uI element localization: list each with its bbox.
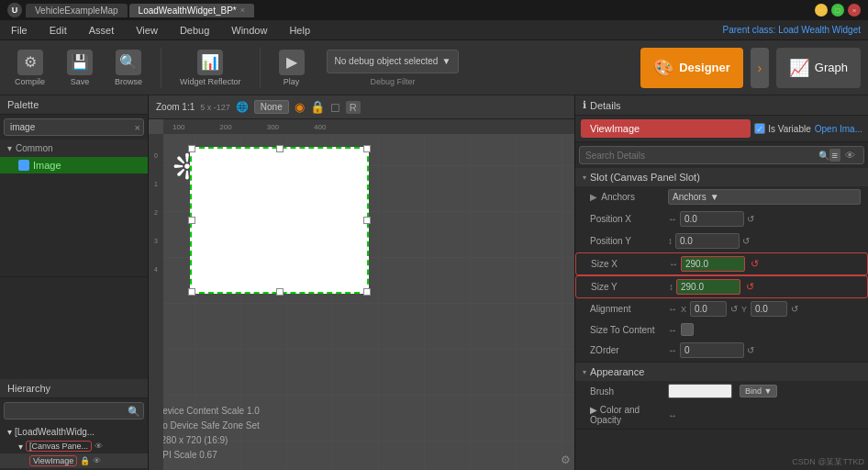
canvas-settings-icon[interactable]: ⚙ (561, 453, 571, 466)
canvas-icon-r: R (346, 101, 361, 114)
handle-tm[interactable] (276, 145, 284, 152)
menu-window[interactable]: Window (228, 23, 271, 38)
menu-file[interactable]: File (7, 23, 31, 38)
palette-header: Palette (0, 95, 148, 115)
handle-tl[interactable] (188, 145, 195, 152)
zoom-label: Zoom 1:1 (156, 102, 195, 112)
menu-asset[interactable]: Asset (85, 23, 118, 38)
designer-icon: 🎨 (653, 58, 673, 78)
size-to-content-value: ↔ (668, 323, 861, 336)
coords-label: 5 x -127 (200, 103, 230, 112)
slot-section-title[interactable]: ▾ Slot (Canvas Panel Slot) (575, 168, 868, 186)
anchors-dropdown[interactable]: Anchors ▼ (668, 189, 861, 205)
widget-reflector-button[interactable]: 📊 Widget Reflector (172, 46, 249, 90)
handle-bl[interactable] (188, 288, 195, 296)
view-eye-icon[interactable]: 👁 (842, 149, 858, 162)
alignment-x-input[interactable] (690, 301, 727, 317)
handle-ml[interactable] (188, 217, 195, 224)
size-x-reset-button[interactable]: ↺ (751, 258, 759, 270)
widget-name-field[interactable]: ViewImage (581, 119, 751, 138)
palette-search-input[interactable] (4, 118, 144, 136)
appearance-section-title[interactable]: ▾ Appearance (575, 363, 868, 381)
browse-button[interactable]: 🔍 Browse (107, 46, 150, 90)
title-bar: U VehicleExampleMap LoadWealthWidget_BP*… (0, 0, 868, 20)
slot-section-label: Slot (Canvas Panel Slot) (590, 172, 700, 183)
hierarchy-item-canvas[interactable]: ▾ [Canvas Pane... 👁 (0, 439, 148, 453)
play-button[interactable]: ▶ Play (272, 46, 312, 90)
save-button[interactable]: 💾 Save (60, 46, 100, 90)
size-x-label: Size X (591, 259, 669, 269)
handle-tr[interactable] (363, 145, 371, 152)
size-y-reset-button[interactable]: ↺ (746, 281, 754, 293)
position-x-label: Position X (590, 214, 668, 224)
handle-br[interactable] (363, 288, 371, 296)
position-x-input[interactable] (680, 211, 744, 227)
zorder-input[interactable] (680, 342, 744, 358)
brush-swatch[interactable] (668, 384, 732, 398)
menu-debug[interactable]: Debug (176, 23, 213, 38)
win-minimize-button[interactable]: − (815, 4, 828, 17)
color-opacity-label: ▶ Color and Opacity (590, 405, 668, 425)
handle-bm[interactable] (276, 288, 284, 296)
menu-view[interactable]: View (132, 23, 161, 38)
debug-filter-dropdown[interactable]: No debug object selected ▼ (327, 50, 460, 73)
color-opacity-row: ▶ Color and Opacity ↔ (575, 402, 868, 429)
tab-loadwealth[interactable]: LoadWealthWidget_BP* × (129, 4, 254, 17)
color-opacity-expand: ▶ (590, 405, 600, 415)
alignment-x-label: X (681, 305, 686, 314)
designer-label: Designer (679, 61, 730, 74)
tab-vehicle[interactable]: VehicleExampleMap (26, 4, 128, 17)
open-image-button[interactable]: Open Ima... (815, 124, 862, 134)
handle-mr[interactable] (363, 217, 371, 224)
palette-item-image[interactable]: Image (0, 157, 148, 173)
common-section-header: ▾ Common (0, 140, 148, 157)
align-icon: ↔ (668, 304, 677, 314)
size-to-content-label: Size To Content (590, 325, 668, 335)
is-variable-checkbox[interactable]: ✓ (754, 123, 765, 134)
hierarchy-item-root[interactable]: ▾ [LoadWealthWidg... (0, 425, 148, 439)
tab-loadwealth-label: LoadWealthWidget_BP* (139, 6, 237, 16)
alignment-y-label: Y (741, 305, 747, 314)
pos-x-reset-icon: ↺ (747, 214, 754, 224)
size-x-arrow-icon: ↔ (669, 259, 678, 269)
size-to-content-row: Size To Content ↔ (575, 320, 868, 340)
position-y-value: ↕ ↺ (668, 233, 861, 249)
bind-button[interactable]: Bind ▼ (740, 385, 777, 397)
alignment-y-input[interactable] (751, 301, 787, 317)
is-variable-label: Is Variable (768, 124, 811, 134)
menu-help[interactable]: Help (285, 23, 314, 38)
view-grid-icon[interactable]: ≡ (829, 149, 840, 162)
ruler-tick-200: 200 (219, 123, 231, 131)
viewimage-lock-icon: 🔒 (80, 456, 90, 465)
details-scroll[interactable]: ▾ Slot (Canvas Panel Slot) ▶ Anchors Anc… (575, 168, 868, 470)
viewimage-eye-icon[interactable]: 👁 (93, 456, 101, 465)
title-bar-left: U VehicleExampleMap LoadWealthWidget_BP*… (7, 3, 254, 17)
designer-button[interactable]: 🎨 Designer (640, 48, 743, 88)
anchors-dropdown-label: Anchors (673, 192, 707, 202)
search-details-bar: 🔍 ≡ 👁 (579, 146, 864, 164)
alignment-dual: ↔ X ↺ Y ↺ (668, 301, 861, 317)
win-close-button[interactable]: × (848, 4, 861, 17)
hierarchy-item-viewimage[interactable]: ViewImage 🔒 👁 (0, 453, 148, 468)
compile-button[interactable]: ⚙ Compile (7, 46, 52, 90)
position-y-input[interactable] (675, 233, 740, 249)
win-maximize-button[interactable]: □ (831, 4, 844, 17)
size-x-input[interactable] (681, 256, 745, 272)
none-button[interactable]: None (254, 100, 289, 114)
size-to-content-checkbox[interactable] (681, 323, 694, 336)
tab-close-icon[interactable]: × (240, 6, 245, 15)
canvas-area: Zoom 1:1 5 x -127 🌐 None ◉ 🔒 ◻ R 100 200… (149, 95, 574, 470)
graph-label: Graph (815, 61, 848, 74)
canvas-eye-icon[interactable]: 👁 (95, 442, 103, 451)
search-details-input[interactable] (585, 151, 818, 161)
right-panel: ℹ Details ViewImage ✓ Is Variable Open I… (574, 95, 868, 470)
info-line-1: Device Content Scale 1.0 (156, 404, 260, 419)
hierarchy-search-input[interactable] (4, 402, 144, 420)
graph-button[interactable]: 📈 Graph (776, 48, 861, 88)
canvas-grid[interactable]: 100 200 300 400 0 1 2 3 4 ❊ (149, 119, 574, 470)
menu-edit[interactable]: Edit (46, 23, 71, 38)
palette-search-clear-icon[interactable]: × (135, 122, 140, 133)
hierarchy-header-label: Hierarchy (7, 383, 50, 394)
size-y-input[interactable] (676, 279, 740, 295)
designer-chevron[interactable]: › (751, 48, 769, 88)
